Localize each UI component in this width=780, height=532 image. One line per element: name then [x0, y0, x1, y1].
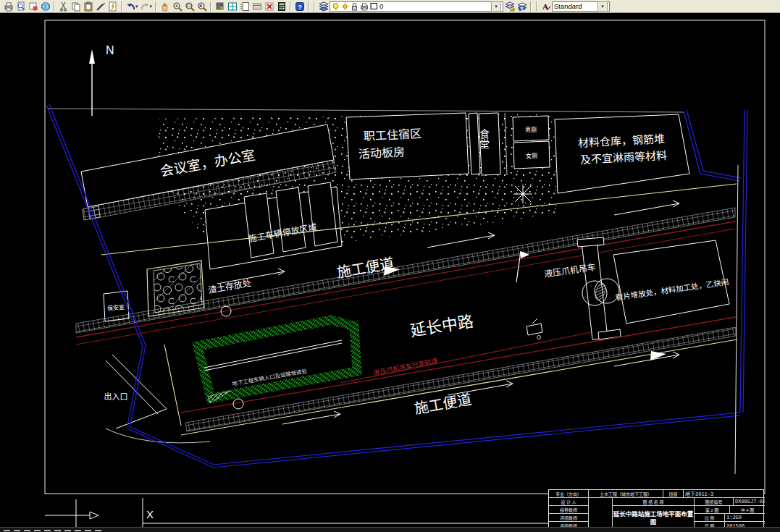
taskbar-fragment: [54, 530, 61, 531]
text-style-icon[interactable]: A: [540, 1, 552, 12]
layer-color-swatch[interactable]: [370, 2, 378, 10]
drawing-name-header: 图 纸 名 称: [613, 498, 695, 506]
layer-previous-icon[interactable]: [503, 1, 516, 12]
taskbar-fragment: [24, 530, 30, 531]
toilet-buildings: 男厕 女厕: [513, 116, 550, 169]
zoom-previous-icon[interactable]: [196, 1, 208, 12]
taskbar-fragment: [64, 530, 71, 531]
drawing-number-value: DX085JT-02: [734, 498, 765, 506]
taskbar-fragment: [4, 530, 10, 531]
help-icon[interactable]: ?: [293, 1, 306, 12]
pan-icon[interactable]: [159, 1, 171, 12]
cut-icon[interactable]: [57, 1, 70, 12]
taskbar-fragment: [85, 530, 91, 531]
zoom-window-icon[interactable]: [183, 1, 196, 12]
toolbar-separator: [54, 1, 55, 12]
cursor-x-mark: X: [146, 508, 154, 520]
north-label: N: [106, 44, 114, 56]
zoom-realtime-icon[interactable]: [171, 1, 183, 12]
svg-text:?: ?: [298, 3, 302, 10]
scale-value: 1:250: [725, 514, 765, 522]
model-space-canvas[interactable]: N 会议室，办公室 职工住宿区 活动板房 食堂 男厕 女厕: [0, 0, 780, 532]
layer-dropdown-icon[interactable]: ▾: [491, 1, 501, 12]
title-block: 专业（方向） 土木工程（城市地下工程） 班级 地下2011-3 设 计 人 图 …: [548, 489, 764, 529]
class-label: 班级: [663, 490, 684, 498]
text-style-value: Standard: [554, 2, 582, 10]
designcenter-icon[interactable]: [226, 1, 238, 12]
toolbar-separator: [530, 1, 532, 12]
layer-lock-icon[interactable]: [351, 2, 358, 11]
toolbar-separator: [121, 1, 122, 12]
toolbar-separator: [308, 1, 309, 12]
layer-states-icon[interactable]: [516, 1, 528, 12]
properties-palette-icon[interactable]: [214, 1, 226, 12]
taskbar-fragment: [34, 530, 41, 531]
canteen-label: 食堂: [478, 128, 490, 149]
designer-label: 设 计 人: [549, 498, 589, 506]
redo-dropdown-icon[interactable]: ▾: [150, 4, 153, 9]
drawing-number-label: 图纸编号: [695, 498, 734, 506]
dormitory-building: 职工住宿区 活动板房: [346, 113, 480, 180]
toolbar-separator: [314, 1, 315, 12]
toolbar-separator: [536, 1, 537, 12]
taskbar-fragment: [95, 530, 101, 531]
match-properties-icon[interactable]: [94, 1, 106, 12]
male-toilet-label: 男厕: [525, 127, 537, 133]
layer-plot-icon[interactable]: [360, 2, 369, 11]
class-value: 地下2011-3: [684, 490, 765, 498]
toolbar-separator: [155, 1, 156, 12]
undo-dropdown-icon[interactable]: ▾: [135, 4, 138, 9]
toolbar-separator: [290, 1, 291, 12]
security-label: 保安室: [107, 303, 125, 312]
layer-combobox[interactable]: 0 ▾: [330, 1, 503, 12]
text-style-dropdown-icon[interactable]: ▾: [597, 1, 608, 12]
specialty-value: 土木工程（城市地下工程）: [589, 490, 663, 498]
designer-value-blank: [589, 498, 613, 530]
advisor-label: 指导教师: [549, 506, 589, 514]
text-style-combobox[interactable]: Standard ▾: [552, 1, 610, 12]
markup-set-manager-icon[interactable]: [263, 1, 275, 12]
print-icon[interactable]: [2, 1, 14, 12]
print-preview-icon[interactable]: [14, 1, 27, 12]
taskbar-sliver[interactable]: [0, 527, 780, 532]
paste-icon[interactable]: [82, 1, 94, 12]
quickcalc-icon[interactable]: [275, 1, 288, 12]
female-toilet-label: 女厕: [526, 152, 537, 159]
sheet-set-manager-icon[interactable]: [251, 1, 263, 12]
layers-icon[interactable]: [317, 1, 330, 12]
application-window: ▾ ▾ ? 0 ▾ A Sta: [0, 0, 780, 532]
toolbar-separator: [210, 1, 211, 12]
entrance-label: 出入口: [104, 392, 128, 401]
reviewer-label: 评阅教师: [549, 514, 589, 522]
tree-symbol: [513, 185, 532, 203]
sheet-number: 第 2 图: [695, 506, 730, 514]
taskbar-fragment: [44, 530, 51, 531]
layer-on-bulb-icon[interactable]: [332, 2, 340, 11]
publish-web-icon[interactable]: [39, 1, 51, 12]
layer-name-value: 0: [379, 2, 383, 10]
specialty-label: 专业（方向）: [549, 490, 589, 498]
scale-label: 比 例: [695, 514, 725, 522]
sheet-total: 共 4 图: [730, 506, 765, 514]
block-editor-icon[interactable]: [106, 1, 119, 12]
dormitory-label-line2: 活动板房: [358, 145, 406, 160]
tool-palettes-icon[interactable]: [238, 1, 251, 12]
toolbar: ▾ ▾ ? 0 ▾ A Sta: [0, 0, 780, 13]
plot-stamp-icon[interactable]: [27, 1, 39, 12]
taskbar-fragment: [75, 530, 81, 531]
layer-freeze-sun-icon[interactable]: [341, 2, 349, 11]
taskbar-fragment: [14, 530, 20, 531]
copy-icon[interactable]: [70, 1, 82, 12]
